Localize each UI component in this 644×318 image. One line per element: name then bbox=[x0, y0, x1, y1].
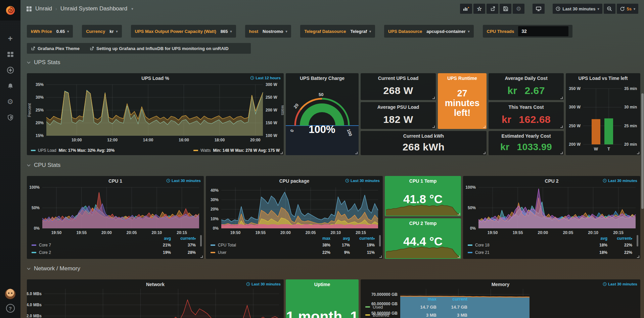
help-icon[interactable]: ? bbox=[6, 304, 15, 313]
panel-title[interactable]: Average PSU Load bbox=[377, 104, 419, 110]
variable-ups-max-output[interactable]: UPS Max Output Power Capacity (Watt) 865… bbox=[131, 25, 236, 38]
section-cpu-stats[interactable]: CPU Stats bbox=[27, 162, 60, 169]
panel-resize-handle[interactable] bbox=[432, 97, 435, 99]
panel-resize-handle[interactable] bbox=[560, 126, 563, 128]
refresh-picker[interactable]: 5s ▾ bbox=[617, 4, 639, 14]
panel-resize-handle[interactable] bbox=[458, 213, 460, 215]
sidebar-item-server-admin[interactable] bbox=[0, 109, 20, 125]
variable-currency[interactable]: Currency kr▾ bbox=[82, 25, 122, 38]
panel-resize-handle[interactable] bbox=[637, 256, 639, 258]
panel-resize-handle[interactable] bbox=[280, 152, 283, 154]
panel-resize-handle[interactable] bbox=[458, 256, 460, 258]
variable-ups-datasource[interactable]: UPS Datasource apcupsd-container▾ bbox=[384, 25, 473, 38]
variable-host[interactable]: host Nostromo▾ bbox=[245, 25, 291, 38]
panel-title[interactable]: Memory bbox=[361, 282, 640, 287]
dashboard-title-caret-icon[interactable]: ▾ bbox=[131, 7, 133, 11]
panel-title[interactable]: UPS Runtime bbox=[447, 76, 477, 81]
save-dashboard-button[interactable] bbox=[500, 4, 511, 14]
panel-title[interactable]: Uptime bbox=[314, 282, 330, 287]
panel-title[interactable]: CPU 1 Temp bbox=[409, 178, 436, 184]
panel-resize-handle[interactable] bbox=[637, 152, 639, 154]
ups-load-vs-time-chart[interactable]: 200 W20 min250 W25 min300 W30 min350 W35… bbox=[566, 82, 640, 154]
panel-resize-handle[interactable] bbox=[483, 126, 486, 128]
zoom-out-time-button[interactable] bbox=[604, 4, 615, 14]
sidebar-item-dashboards[interactable] bbox=[0, 46, 20, 62]
legend-row[interactable]: CPU Total 38%17%19% bbox=[211, 241, 379, 249]
variable-kwh-price[interactable]: kWh Price 0.65▾ bbox=[27, 25, 73, 38]
panel-resize-handle[interactable] bbox=[355, 152, 358, 154]
sidebar-item-alerting[interactable] bbox=[0, 78, 20, 94]
network-chart[interactable]: 2.0 MBs4.0 MBs6.0 MBs bbox=[27, 288, 284, 318]
panel-resize-handle[interactable] bbox=[432, 126, 435, 128]
legend-row[interactable]: Core 21 18%22% bbox=[468, 249, 637, 256]
share-dashboard-button[interactable] bbox=[487, 4, 498, 14]
legend-col-current[interactable]: current▾ bbox=[176, 236, 200, 241]
panel-title[interactable]: CPU 2 Temp bbox=[409, 221, 436, 226]
dashboard-title[interactable]: Unraid System Dashboard bbox=[60, 5, 127, 12]
legend-scrollbar[interactable] bbox=[379, 235, 381, 246]
legend-watts[interactable]: Watts Min: 148 W Max: 278 W Avg: 175 W bbox=[193, 148, 280, 153]
panel-title[interactable]: UPS Load vs Time left bbox=[566, 76, 640, 81]
legend-row[interactable]: Core 2 19%28% bbox=[32, 249, 200, 256]
section-network-memory[interactable]: Network / Memory bbox=[27, 265, 80, 272]
sidebar-item-configuration[interactable]: ⚙ bbox=[0, 94, 20, 109]
panel-time-range[interactable]: Last 12 hours bbox=[250, 76, 281, 80]
panel-resize-handle[interactable] bbox=[560, 152, 563, 154]
panel-title[interactable]: This Years Cost bbox=[509, 104, 544, 110]
sidebar-item-create[interactable]: + bbox=[0, 31, 20, 46]
legend-row[interactable]: Used 14.7 GB14.7 GB bbox=[365, 303, 472, 311]
legend-col-current[interactable]: current bbox=[441, 297, 472, 302]
legend-col-avg[interactable]: avg bbox=[335, 236, 355, 241]
legend-col-avg[interactable]: avg bbox=[593, 236, 612, 241]
legend-scrollbar[interactable] bbox=[200, 235, 202, 246]
panel-time-range[interactable]: Last 30 minutes bbox=[603, 179, 637, 183]
panel-title[interactable]: UPS Load % bbox=[27, 76, 284, 81]
star-dashboard-button[interactable]: ☆ bbox=[473, 4, 485, 14]
time-range-picker[interactable]: Last 30 minutes ▾ bbox=[553, 4, 602, 14]
link-ups-monitoring-guide[interactable]: Setting up Grafana and InfluxDB for UPS … bbox=[90, 46, 229, 51]
ups-load-chart[interactable]: 10:0012:0014:0016:0018:0020:0015%20%25%3… bbox=[27, 82, 284, 144]
battery-gauge[interactable]: 0 20 50 100 100% bbox=[286, 82, 359, 155]
sidebar-item-explore[interactable] bbox=[0, 62, 20, 78]
panel-time-range[interactable]: Last 30 minutes bbox=[603, 282, 637, 286]
panel-time-range[interactable]: Last 30 minutes bbox=[246, 282, 281, 286]
legend-col-current[interactable]: current▾ bbox=[612, 236, 637, 241]
legend-row[interactable]: Buffered 3 MB3 MB bbox=[365, 311, 472, 318]
section-ups-stats[interactable]: UPS Stats bbox=[27, 59, 60, 66]
cpu2-chart[interactable]: 19:5019:5520:0020:0520:1020:150%50%100% bbox=[463, 185, 640, 236]
panel-title[interactable]: Current UPS Load bbox=[378, 76, 419, 81]
variable-telegraf-datasource[interactable]: Telegraf Datasource Telegraf▾ bbox=[300, 25, 375, 38]
cpu1-chart[interactable]: 19:5019:5520:0020:0520:1020:150%50%100% bbox=[27, 185, 204, 236]
panel-time-range[interactable]: Last 30 minutes bbox=[166, 179, 201, 183]
cpu-threads-input[interactable] bbox=[518, 26, 568, 36]
panel-resize-handle[interactable] bbox=[560, 97, 563, 99]
legend-row[interactable]: Core 7 21%37% bbox=[32, 241, 200, 249]
add-panel-button[interactable] bbox=[460, 4, 472, 14]
panel-title[interactable]: Network bbox=[27, 282, 284, 287]
panel-time-range[interactable]: Last 30 minutes bbox=[345, 179, 380, 183]
breadcrumb-root[interactable]: Unraid bbox=[35, 5, 52, 12]
user-avatar[interactable] bbox=[5, 289, 15, 299]
panel-title[interactable]: Average Daily Cost bbox=[505, 76, 547, 81]
cycle-view-mode-button[interactable] bbox=[533, 4, 545, 14]
panel-title[interactable]: Current Load kWh bbox=[403, 133, 444, 139]
legend-col-max[interactable]: max bbox=[410, 297, 441, 302]
dashboards-grid-icon[interactable] bbox=[26, 6, 32, 12]
page-scrollbar-thumb[interactable] bbox=[641, 93, 644, 209]
dashboard-settings-button[interactable]: ⚙ bbox=[513, 4, 524, 14]
legend-scrollbar[interactable] bbox=[637, 235, 638, 246]
legend-row[interactable]: Core 18 18%22% bbox=[468, 241, 637, 249]
link-grafana-plex-theme[interactable]: Grafana Plex Theme bbox=[31, 46, 80, 51]
legend-ups-load[interactable]: UPS Load Min: 17% Max: 32% Avg: 20% bbox=[31, 148, 114, 153]
legend-col-current[interactable]: current▾ bbox=[355, 236, 379, 241]
cpu-package-chart[interactable]: 19:5019:5520:0020:0520:1020:150%10%20%30… bbox=[206, 185, 383, 236]
panel-resize-handle[interactable] bbox=[200, 256, 203, 258]
legend-row[interactable]: User 22%9%11% bbox=[211, 249, 379, 256]
panel-title[interactable]: Estimated Yearly Cost bbox=[502, 133, 551, 139]
legend-col-max[interactable]: max bbox=[314, 236, 335, 241]
panel-resize-handle[interactable] bbox=[483, 152, 486, 154]
panel-title[interactable]: UPS Battery Charge bbox=[286, 76, 359, 81]
grafana-logo-icon[interactable] bbox=[0, 0, 20, 20]
legend-col-avg[interactable]: avg bbox=[156, 236, 176, 241]
panel-resize-handle[interactable] bbox=[379, 256, 382, 258]
